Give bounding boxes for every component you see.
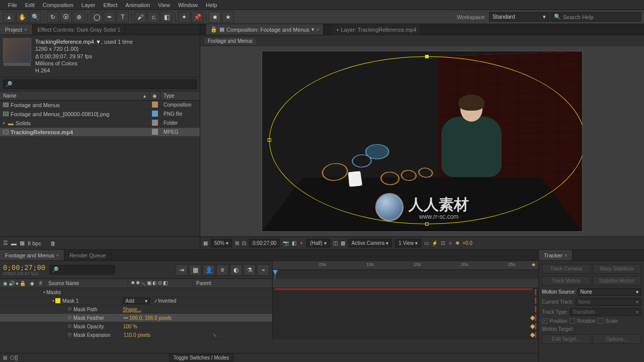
timeline-search-input[interactable]: 🔎 <box>49 265 115 275</box>
views-select[interactable]: 1 View▾ <box>395 239 421 247</box>
draft3d-icon[interactable]: ▦ <box>189 264 201 276</box>
parent-col[interactable]: Parent <box>193 281 272 286</box>
work-area-end-icon[interactable]: ◆ <box>532 262 535 267</box>
close-icon[interactable]: × <box>56 253 59 258</box>
constrain-icon[interactable]: ⚯ <box>124 315 128 321</box>
canvas[interactable] <box>262 51 582 231</box>
project-item-image[interactable]: Footage and Menus_[00000-00810].png PNG … <box>0 110 200 119</box>
twirl-icon[interactable]: ▾ <box>43 290 45 295</box>
inverted-checkbox[interactable]: ✓ <box>154 298 158 304</box>
menu-edit[interactable]: Edit <box>21 2 39 8</box>
brainstorm-icon[interactable]: ⚗ <box>244 264 256 276</box>
tab-composition[interactable]: 🔒 ▦ Composition: Footage and Menus ▾ × <box>206 24 324 35</box>
twirl-icon[interactable]: ▸ <box>3 121 5 125</box>
scale-checkbox[interactable] <box>598 318 603 324</box>
solo-col-icon[interactable]: ● <box>16 281 19 286</box>
menu-help[interactable]: Help <box>202 2 221 8</box>
eraser-tool-icon[interactable]: ◧ <box>160 12 173 23</box>
breadcrumb[interactable]: Footage and Menus <box>203 37 257 45</box>
project-search-input[interactable]: 🔎 <box>3 79 197 89</box>
tab-effect-controls[interactable]: Effect Controls: Dark Gray Solid 1 <box>33 24 126 35</box>
selection-tool-icon[interactable]: ▲ <box>3 12 15 23</box>
comp-mini-flowchart-icon[interactable]: ⇥ <box>176 264 188 276</box>
time-ruler[interactable]: 05s 10s 15s 20s 25s ◆ <box>273 261 538 270</box>
stabilize-motion-button[interactable]: Stabilize Motion <box>593 276 641 286</box>
keyframe-icon[interactable] <box>530 333 535 338</box>
text-tool-icon[interactable]: T <box>117 12 129 23</box>
braces-icon[interactable]: {} <box>15 355 18 360</box>
motion-source-select[interactable]: None▾ <box>578 288 641 296</box>
tab-timeline-comp[interactable]: Footage and Menus× <box>0 250 64 260</box>
interpret-icon[interactable]: ☰ <box>3 240 8 246</box>
roi-icon[interactable]: ◫ <box>333 240 338 246</box>
guides-icon[interactable]: ⊡ <box>242 240 246 246</box>
mask-handle-top[interactable] <box>425 55 429 58</box>
position-checkbox[interactable]: ✓ <box>542 318 547 324</box>
keyframe-icon[interactable] <box>530 316 535 321</box>
color-mgmt-icon[interactable]: ✦ <box>299 240 303 246</box>
lock-col-icon[interactable]: 🔒 <box>20 281 26 286</box>
menu-layer[interactable]: Layer <box>77 2 100 8</box>
snapshot-icon[interactable]: 📷 <box>283 240 289 246</box>
pan-behind-tool-icon[interactable]: ⊕ <box>73 12 85 23</box>
track-camera-button[interactable]: Track Camera <box>542 264 591 274</box>
camera-select[interactable]: Active Camera▾ <box>348 239 392 247</box>
pen-tool-icon[interactable]: ✒ <box>104 12 116 23</box>
shape-tool-icon[interactable]: ◯ <box>91 12 103 23</box>
mask-opacity-value[interactable]: 100 % <box>123 324 137 329</box>
fill-swatch-icon[interactable]: ■ <box>209 12 221 23</box>
tab-layer[interactable]: ▪ Layer: TrackingReference.mp4 <box>333 24 421 35</box>
menu-composition[interactable]: Composition <box>39 2 77 8</box>
timecode[interactable]: 0;00;27;00 <box>3 264 45 271</box>
mask-handle-bottom[interactable] <box>425 222 429 226</box>
stopwatch-icon[interactable]: ⏱ <box>67 332 72 337</box>
brush-tool-icon[interactable]: 🖌 <box>134 12 146 23</box>
twirl-icon[interactable]: ▾ <box>52 299 54 303</box>
zoom-tool-icon[interactable]: 🔍 <box>29 12 41 23</box>
trash-icon[interactable]: 🗑 <box>50 240 56 246</box>
chevron-down-icon[interactable]: ▾ <box>311 26 314 33</box>
motion-blur-icon[interactable]: ◐ <box>230 264 242 276</box>
workspace-select[interactable]: Standard▾ <box>489 12 549 22</box>
star-icon[interactable]: ★ <box>222 12 234 23</box>
grid-icon[interactable]: ⊞ <box>235 240 239 246</box>
tab-project[interactable]: Project× <box>0 24 33 35</box>
current-time[interactable]: 0;00;27;00 <box>249 239 280 247</box>
timeline-icon[interactable]: ☷ <box>441 240 445 246</box>
stopwatch-icon[interactable]: ⏱ <box>67 315 72 320</box>
close-icon[interactable]: × <box>24 27 27 32</box>
exposure-value[interactable]: +0.0 <box>462 240 472 246</box>
bracket-icon[interactable]: ⎔ <box>10 355 15 360</box>
new-comp-icon[interactable]: ▦ <box>20 240 25 246</box>
new-folder-icon[interactable]: ▬ <box>11 240 17 246</box>
pixel-aspect-icon[interactable]: ▭ <box>424 240 429 246</box>
mask-feather-value[interactable]: 166.0, 166.0 pixels <box>129 315 172 321</box>
frame-blend-icon[interactable]: ≡ <box>216 264 228 276</box>
toggle-switches-button[interactable]: Toggle Switches / Modes <box>169 354 234 361</box>
mask-color-swatch[interactable] <box>55 298 60 303</box>
menu-file[interactable]: File <box>4 2 21 8</box>
track-motion-button[interactable]: Track Motion <box>542 276 591 286</box>
graph-editor-icon[interactable]: ⌁ <box>257 264 269 276</box>
mask-ellipse[interactable] <box>269 56 582 224</box>
warp-stabilizer-button[interactable]: Warp Stabilizer <box>593 264 641 274</box>
shy-icon[interactable]: 👤 <box>203 264 215 276</box>
resolution-select[interactable]: (Half)▾ <box>306 239 330 247</box>
close-icon[interactable]: × <box>316 27 319 32</box>
always-preview-icon[interactable]: ▦ <box>203 240 208 246</box>
close-icon[interactable]: × <box>565 253 567 258</box>
stopwatch-icon[interactable]: ⏱ <box>67 307 72 312</box>
search-help-input[interactable]: 🔍Search Help <box>550 12 641 22</box>
project-item-folder[interactable]: ▸▬Solids Folder <box>0 119 200 128</box>
rotation-checkbox[interactable] <box>570 318 575 324</box>
tab-tracker[interactable]: Tracker× <box>539 250 573 260</box>
masks-group[interactable]: Masks <box>46 290 61 295</box>
expand-icon[interactable]: ⊞ <box>0 355 10 360</box>
hand-tool-icon[interactable]: ✋ <box>16 12 28 23</box>
camera-tool-icon[interactable]: ⦿ <box>60 12 72 23</box>
mask-path-value[interactable]: Shape... <box>123 307 141 312</box>
bpc-label[interactable]: 8 bpc <box>28 240 41 246</box>
menu-animation[interactable]: Animation <box>121 2 154 8</box>
mask-handle-left[interactable] <box>268 138 271 142</box>
label-col[interactable]: ◆ <box>27 281 36 286</box>
